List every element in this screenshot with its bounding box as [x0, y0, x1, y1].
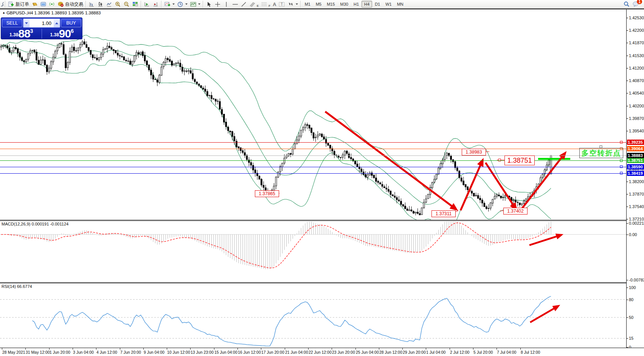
axis-tick-mark	[627, 43, 628, 43]
buy-price-prefix: 1.38	[50, 32, 59, 37]
horizontal-line-button[interactable]	[231, 0, 239, 8]
new-order-icon	[8, 1, 14, 7]
price-annotation-label[interactable]: 1.38751	[504, 155, 535, 165]
vertical-line-button[interactable]	[222, 0, 231, 8]
signals-button[interactable]	[48, 0, 56, 8]
rsi-axis-tick: 80	[629, 297, 633, 302]
time-tick: 13 Jun 23:00	[191, 350, 214, 354]
horizontal-level-line[interactable]	[0, 173, 626, 174]
rsi-chart[interactable]	[0, 283, 626, 348]
tab-mn[interactable]: MN	[394, 1, 406, 8]
line-chart-button[interactable]	[105, 0, 113, 8]
window-button[interactable]	[39, 0, 48, 8]
axis-tick-mark	[627, 106, 628, 106]
tab-h1[interactable]: H1	[351, 1, 362, 8]
price-annotation-label[interactable]: 1.37865	[255, 190, 279, 197]
tab-m5[interactable]: M5	[313, 1, 324, 8]
sell-price-sup: 3	[30, 28, 33, 34]
fibonacci-button[interactable]: F	[260, 0, 272, 8]
chevron-down-icon	[198, 3, 200, 5]
price-annotation-label[interactable]: 1.37311	[431, 210, 456, 217]
time-tick-mark	[237, 348, 238, 350]
new-order-button[interactable]: 新订单	[7, 0, 30, 8]
toolbar-right-group: 1	[624, 1, 643, 7]
arrows-button[interactable]	[286, 0, 299, 8]
crosshair-button[interactable]	[213, 0, 222, 8]
indicators-button[interactable]	[163, 0, 176, 8]
sell-quote[interactable]: 1.38883	[1, 28, 42, 39]
cursor-button[interactable]	[205, 0, 213, 8]
auto-scroll-button[interactable]	[143, 0, 151, 8]
main-chart-pane[interactable]: ▲ GBPUSD-,H4 1.38396 1.38893 1.38395 1.3…	[0, 9, 626, 220]
notifications-button[interactable]: 1	[633, 1, 639, 7]
time-tick-mark	[379, 348, 379, 350]
time-tick-mark	[285, 348, 285, 350]
buy-button[interactable]: BUY	[61, 19, 81, 27]
rsi-pane[interactable]: RSI(14) 66.6774	[0, 283, 626, 348]
level-price-label: 1.38590	[627, 164, 644, 169]
text-label-button[interactable]: T	[278, 0, 286, 8]
axis-tick-mark	[627, 81, 628, 81]
cursor-icon	[206, 1, 212, 7]
tab-w1[interactable]: W1	[383, 1, 394, 8]
chart-shift-button[interactable]	[151, 0, 160, 8]
time-axis[interactable]: 28 May 202131 May 12:001 Jun 20:003 Jun …	[0, 348, 644, 356]
tab-m30[interactable]: M30	[338, 1, 351, 8]
price-tick: 1.42200	[629, 28, 644, 33]
tile-windows-icon	[132, 1, 138, 7]
buy-quote[interactable]: 1.38906	[42, 28, 82, 39]
axis-tick-mark	[627, 93, 628, 93]
macd-chart[interactable]	[0, 221, 626, 282]
macd-pane[interactable]: MACD(12,26,9) 0.000191 -0.001124	[0, 221, 626, 282]
autotrading-button[interactable]: 自动交易	[56, 0, 84, 8]
volume-decrease-button[interactable]	[23, 19, 29, 27]
search-icon[interactable]	[624, 1, 630, 7]
horizontal-level-line[interactable]	[0, 167, 626, 167]
tab-m1[interactable]: M1	[302, 1, 313, 8]
templates-button[interactable]	[189, 0, 202, 8]
periods-button[interactable]	[176, 0, 189, 8]
price-annotation-label[interactable]: 1.38983	[462, 149, 486, 155]
mt4-terminal: 新订单 自动交易	[0, 0, 644, 356]
text-button[interactable]: A	[272, 0, 277, 8]
annotation-note[interactable]: 多空转折点	[579, 148, 623, 158]
channel-letter: E	[257, 4, 259, 8]
sell-button[interactable]: SELL	[2, 19, 22, 27]
toolbar-separator	[161, 1, 162, 8]
time-tick-mark	[25, 348, 26, 350]
tab-h4[interactable]: H4	[362, 1, 372, 8]
triangle-up-icon	[55, 22, 58, 24]
market-watch-icon[interactable]	[1, 1, 4, 7]
gold-button[interactable]	[30, 0, 39, 8]
sell-price-prefix: 1.38	[9, 32, 18, 37]
time-tick: 9 Jun 04:00	[144, 350, 164, 354]
collapse-arrow-icon[interactable]: ▲	[2, 11, 5, 14]
one-click-trading-widget: SELL BUY 1.38883 1.38906	[1, 17, 82, 39]
candlestick-button[interactable]	[96, 0, 105, 8]
horizontal-level-line[interactable]	[0, 149, 626, 149]
bar-chart-button[interactable]	[87, 0, 96, 8]
price-tick: 1.39540	[629, 129, 644, 133]
time-tick: 3 Jun 04:00	[73, 350, 94, 354]
equidistant-channel-button[interactable]: E	[248, 0, 260, 8]
horizontal-level-line[interactable]	[0, 142, 626, 143]
price-axis[interactable]: 1.425301.422001.418701.415301.412001.408…	[626, 9, 644, 348]
zoom-in-button[interactable]	[113, 0, 122, 8]
candlestick-chart[interactable]	[0, 9, 626, 220]
volume-input[interactable]	[29, 20, 54, 26]
time-tick: 4 Jun 12:00	[96, 350, 117, 354]
fibonacci-icon	[261, 1, 267, 7]
volume-increase-button[interactable]	[54, 19, 60, 27]
price-annotation-label[interactable]: 1.37402	[503, 208, 528, 215]
toolbar-separator	[141, 1, 141, 8]
time-tick: 8 Jul 12:00	[521, 350, 540, 354]
indicators-icon	[164, 1, 171, 7]
tab-m15[interactable]: M15	[324, 1, 337, 8]
svg-text:T: T	[281, 2, 283, 6]
price-tick: 1.38200	[629, 179, 644, 184]
tab-d1[interactable]: D1	[372, 1, 383, 8]
zoom-out-button[interactable]	[122, 0, 131, 8]
trendline-button[interactable]	[239, 0, 248, 8]
price-tick: 1.37540	[629, 204, 644, 209]
tile-windows-button[interactable]	[131, 0, 140, 8]
